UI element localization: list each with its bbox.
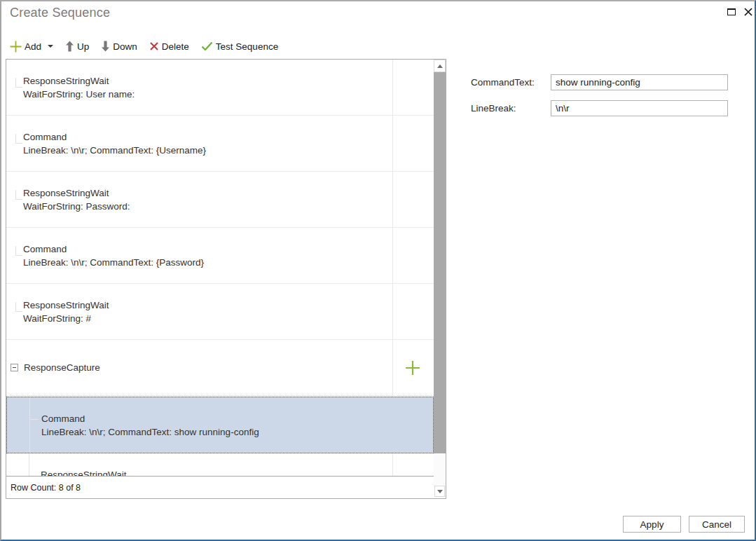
row-detail: LineBreak: \n\r; CommandText: {Password}	[23, 256, 392, 269]
close-button[interactable]	[741, 6, 755, 18]
sequence-row[interactable]: Command LineBreak: \n\r; CommandText: {P…	[6, 228, 434, 284]
row-type: Command	[41, 412, 393, 425]
add-child-plus-icon[interactable]	[405, 360, 420, 376]
commandtext-label: CommandText:	[471, 77, 551, 88]
row-detail: WaitForString: User name:	[23, 88, 392, 101]
linebreak-field-row: LineBreak:	[471, 100, 728, 116]
sequence-row[interactable]: ResponseStringWait WaitForString: Passwo…	[6, 172, 434, 228]
create-sequence-dialog: Create Sequence Add Up Down	[0, 0, 756, 541]
commandtext-field-row: CommandText:	[471, 74, 728, 90]
arrow-down-icon	[101, 41, 110, 52]
maximize-icon	[727, 8, 736, 15]
scroll-down-icon	[437, 490, 443, 493]
sequence-row-responsecapture[interactable]: ResponseCapture	[6, 340, 434, 396]
maximize-button[interactable]	[724, 6, 738, 18]
scrollbar-thumb[interactable]	[434, 72, 446, 453]
sequence-row[interactable]: Command LineBreak: \n\r; CommandText: {U…	[6, 116, 434, 172]
apply-button-label: Apply	[640, 519, 664, 530]
sequence-row-partial[interactable]: ResponseStringWait	[6, 454, 434, 476]
row-type: ResponseStringWait	[23, 74, 392, 88]
scroll-up-icon	[437, 64, 443, 68]
linebreak-input[interactable]	[551, 100, 728, 116]
toolbar: Add Up Down Delete Test Sequence	[10, 37, 278, 55]
cancel-button[interactable]: Cancel	[689, 516, 745, 533]
sequence-list-panel: ResponseStringWait WaitForString: User n…	[6, 59, 446, 499]
scrollbar-down-button[interactable]	[434, 486, 445, 497]
list-scrollbar[interactable]	[434, 60, 446, 498]
row-type: ResponseStringWait	[41, 468, 392, 476]
row-count-text: Row Count: 8 of 8	[11, 483, 81, 493]
cancel-button-label: Cancel	[702, 519, 731, 530]
linebreak-label: LineBreak:	[471, 103, 551, 114]
add-button[interactable]: Add	[10, 41, 53, 53]
down-button[interactable]: Down	[101, 41, 137, 52]
apply-button[interactable]: Apply	[623, 516, 681, 533]
add-button-label: Add	[25, 41, 41, 52]
up-button[interactable]: Up	[65, 41, 89, 52]
sequence-row-selected[interactable]: Command LineBreak: \n\r; CommandText: sh…	[6, 397, 434, 453]
sequence-row[interactable]: ResponseStringWait WaitForString: #	[6, 284, 434, 340]
row-type: ResponseStringWait	[23, 186, 392, 200]
page-title: Create Sequence	[10, 6, 110, 20]
row-type: Command	[23, 130, 392, 144]
sequence-rows: ResponseStringWait WaitForString: User n…	[6, 60, 434, 476]
down-button-label: Down	[113, 41, 137, 52]
row-detail: LineBreak: \n\r; CommandText: show runni…	[41, 425, 393, 439]
plus-icon	[10, 41, 22, 53]
test-sequence-button-label: Test Sequence	[216, 41, 278, 52]
up-button-label: Up	[77, 41, 89, 52]
test-sequence-button[interactable]: Test Sequence	[201, 41, 278, 52]
check-icon	[201, 41, 213, 51]
delete-x-icon	[149, 41, 159, 51]
row-type: ResponseStringWait	[23, 299, 392, 312]
delete-button[interactable]: Delete	[149, 41, 189, 52]
sequence-row[interactable]: ResponseStringWait WaitForString: User n…	[6, 60, 434, 116]
row-detail: LineBreak: \n\r; CommandText: {Username}	[23, 144, 392, 157]
row-type: Command	[23, 242, 392, 256]
delete-button-label: Delete	[162, 41, 189, 52]
row-type: ResponseCapture	[24, 361, 392, 374]
row-detail: WaitForString: #	[23, 312, 392, 325]
close-icon	[744, 8, 752, 16]
row-detail: WaitForString: Password:	[23, 200, 392, 213]
commandtext-input[interactable]	[551, 74, 728, 90]
arrow-up-icon	[65, 41, 74, 52]
chevron-down-icon	[48, 45, 53, 48]
row-count-statusbar: Row Count: 8 of 8	[6, 476, 434, 498]
scrollbar-up-button[interactable]	[434, 60, 446, 72]
